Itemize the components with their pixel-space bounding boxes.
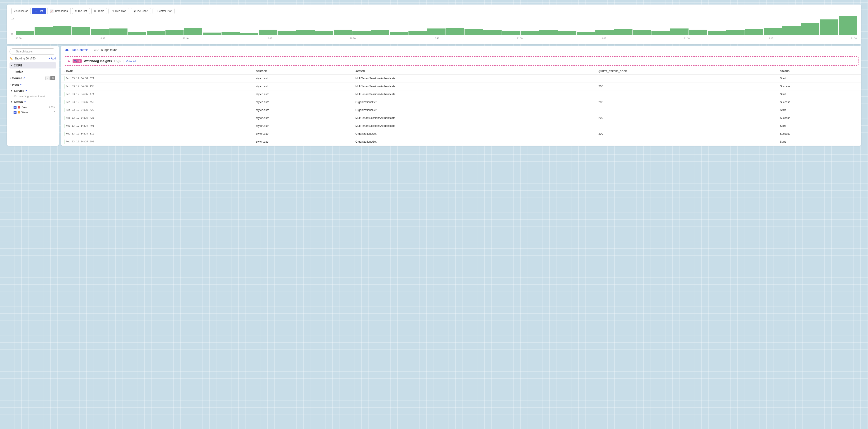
warn-count: 0: [54, 111, 55, 114]
cell-date: Feb 03 12:04:37.474: [61, 90, 253, 98]
cell-status: Start: [777, 138, 861, 146]
table-row[interactable]: Feb 03 12:04:37.495 stytch.auth MultiTen…: [61, 83, 861, 90]
chart-xaxis-label: 10:50: [350, 37, 355, 40]
cell-date: Feb 03 12:04:37.450: [61, 98, 253, 106]
viz-label-table: Table: [98, 9, 104, 13]
facet-header-service[interactable]: ▼ Service ✔: [9, 88, 56, 94]
table-row[interactable]: Feb 03 12:04:37.312 stytch.auth Organiza…: [61, 130, 861, 138]
viz-label-treemap: Tree Map: [115, 9, 126, 13]
chart-bar: [465, 20, 483, 35]
chart-bar: [408, 20, 427, 35]
index-label: Index: [16, 70, 23, 73]
source-filter-btn[interactable]: ≡: [45, 76, 50, 80]
chart-bar: [521, 20, 539, 35]
core-label: CORE: [14, 64, 22, 67]
cell-service: stytch.auth: [253, 90, 352, 98]
watchdog-expand-icon[interactable]: ▶: [68, 59, 70, 63]
main-container: Visualize as ☰List📈Timeseries≡Top List⊞T…: [7, 4, 861, 146]
cell-service: stytch.auth: [253, 98, 352, 106]
facet-title-source: › Source ✔: [10, 76, 25, 80]
viz-btn-scatterplot[interactable]: ⁞Scatter Plot: [153, 8, 175, 14]
cell-http-status: 200: [596, 130, 777, 138]
table-row[interactable]: Feb 03 12:04:37.400 stytch.auth MultiTen…: [61, 122, 861, 130]
add-button[interactable]: + Add: [49, 57, 56, 60]
status-label: Status: [14, 100, 23, 103]
hide-controls-button[interactable]: ◀▶ Hide Controls: [65, 48, 88, 52]
cell-action: MultiTenantSessionsAuthenticate: [352, 74, 596, 83]
cell-http-status: [596, 138, 777, 146]
chart-y-zero: 0: [11, 33, 13, 35]
viz-btn-list[interactable]: ☰List: [32, 8, 46, 14]
search-wrapper: 🔍: [9, 49, 56, 55]
chart-bar: [502, 20, 520, 35]
cell-action: OrganizationsGet: [352, 138, 596, 146]
watchdog-badge-icon: 🐾: [74, 59, 78, 63]
watchdog-sub: Logs: [114, 59, 121, 63]
viz-btn-treemap[interactable]: ⊟Tree Map: [108, 8, 129, 14]
visualize-label: Visualize as: [11, 8, 31, 14]
cell-action: OrganizationsGet: [352, 98, 596, 106]
viz-icon-treemap: ⊟: [112, 9, 114, 13]
viz-btn-table[interactable]: ⊞Table: [91, 8, 107, 14]
service-verified-icon: ✔: [25, 89, 27, 92]
search-facets-input[interactable]: [9, 49, 56, 55]
error-checkbox[interactable]: [13, 106, 17, 109]
sidebar-item-index[interactable]: › Index: [9, 68, 56, 74]
viz-btn-timeseries[interactable]: 📈Timeseries: [47, 8, 71, 14]
row-indicator: [64, 124, 64, 128]
table-row[interactable]: Feb 03 12:04:37.295 stytch.auth Organiza…: [61, 138, 861, 146]
error-dot: [18, 106, 20, 109]
facet-header-status[interactable]: ▼ Status ✔: [9, 99, 56, 105]
chart-bar: [259, 20, 277, 35]
chart-xaxis-label: 11:10: [684, 37, 690, 40]
cell-status: Start: [777, 74, 861, 83]
status-verified-icon: ✔: [24, 100, 26, 103]
chart-bar: [595, 20, 614, 35]
main-content: ◀▶ Hide Controls 38,185 logs found ▶ 🐾 1…: [61, 45, 861, 146]
cell-date: Feb 03 12:04:37.426: [61, 106, 253, 114]
watchdog-badge: 🐾 1: [72, 59, 82, 63]
cell-status: Start: [777, 122, 861, 130]
facet-header-source[interactable]: › Source ✔ ≡ ✕: [9, 74, 56, 82]
chevron-down-icon: ▼: [10, 64, 13, 67]
table-row[interactable]: Feb 03 12:04:37.450 stytch.auth Organiza…: [61, 98, 861, 106]
facet-header-core[interactable]: ▼ CORE: [9, 62, 56, 68]
table-row[interactable]: Feb 03 12:04:37.474 stytch.auth MultiTen…: [61, 90, 861, 98]
chart-y-max: 1k: [11, 17, 14, 20]
viz-btn-piechart[interactable]: ◉Pie Chart: [131, 8, 151, 14]
cell-status: Start: [777, 90, 861, 98]
th-date: ↓ DATE: [61, 68, 253, 74]
warn-checkbox[interactable]: [13, 111, 17, 114]
viz-label-list: List: [39, 9, 43, 13]
chart-bar: [839, 20, 857, 35]
cell-status: Success: [777, 114, 861, 122]
host-label: Host: [12, 83, 19, 86]
facet-title-status: ▼ Status ✔: [10, 100, 26, 103]
table-row[interactable]: Feb 03 12:04:37.571 stytch.auth MultiTen…: [61, 74, 861, 83]
content-area: 🔍 ✏️ Showing 50 of 50 + Add ▼ CORE: [7, 45, 861, 146]
showing-row: ✏️ Showing 50 of 50 + Add: [9, 57, 56, 60]
sort-icon: ↓: [64, 70, 65, 72]
table-head: ↓ DATE SERVICE ACTION @HTTP_STATUS_CODE …: [61, 68, 861, 74]
table-row[interactable]: Feb 03 12:04:37.423 stytch.auth MultiTen…: [61, 114, 861, 122]
cell-action: MultiTenantSessionsAuthenticate: [352, 83, 596, 90]
chevron-down-status-icon: ▼: [10, 100, 13, 103]
table-body: Feb 03 12:04:37.571 stytch.auth MultiTen…: [61, 74, 861, 146]
chart-area: 1k 0: [11, 17, 857, 40]
cell-service: stytch.auth: [253, 106, 352, 114]
cell-service: stytch.auth: [253, 83, 352, 90]
viz-btn-toplist[interactable]: ≡Top List: [72, 8, 90, 14]
chart-bar: [53, 20, 71, 35]
viz-icon-scatterplot: ⁞: [156, 9, 156, 13]
chart-bars: [16, 20, 857, 35]
source-close-btn[interactable]: ✕: [51, 76, 55, 80]
cell-http-status: [596, 90, 777, 98]
table-row[interactable]: Feb 03 12:04:37.426 stytch.auth Organiza…: [61, 106, 861, 114]
watchdog-view-all-link[interactable]: View all: [126, 59, 136, 63]
chart-bar: [334, 20, 352, 35]
watchdog-bar: ▶ 🐾 1 Watchdog Insights Logs | View all: [64, 56, 859, 66]
edit-icon: ✏️: [9, 57, 13, 60]
cell-date: Feb 03 12:04:37.400: [61, 122, 253, 130]
chart-bar: [670, 20, 688, 35]
facet-header-host[interactable]: › Host ✔: [9, 82, 56, 88]
